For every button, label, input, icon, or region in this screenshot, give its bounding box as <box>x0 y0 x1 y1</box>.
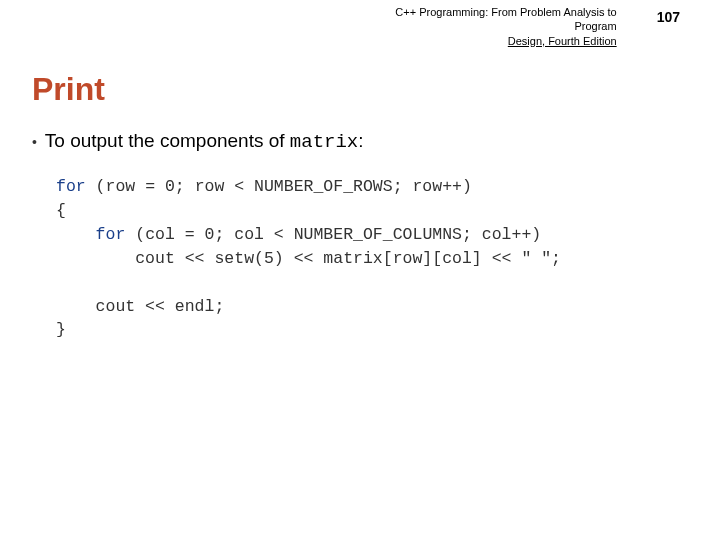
code-line3-rest: (col = 0; col < NUMBER_OF_COLUMNS; col++… <box>125 225 541 244</box>
code-line2: { <box>56 201 66 220</box>
code-line1-rest: (row = 0; row < NUMBER_OF_ROWS; row++) <box>86 177 472 196</box>
bullet-line: • To output the components of matrix: <box>0 108 720 153</box>
keyword-for-outer: for <box>56 177 86 196</box>
code-line3-indent <box>56 225 96 244</box>
bullet-text-after: : <box>358 130 363 151</box>
code-line4: cout << setw(5) << matrix[row][col] << "… <box>56 249 561 268</box>
slide-title: Print <box>0 53 720 108</box>
header-title-line1: C++ Programming: From Problem Analysis t… <box>395 6 616 32</box>
slide-header: C++ Programming: From Problem Analysis t… <box>0 0 720 53</box>
keyword-for-inner: for <box>96 225 126 244</box>
code-line5: cout << endl; <box>56 297 224 316</box>
bullet-text-before: To output the components of <box>45 130 290 151</box>
code-block: for (row = 0; row < NUMBER_OF_ROWS; row+… <box>0 153 720 342</box>
bullet-dot: • <box>32 134 41 150</box>
bullet-mono: matrix <box>290 131 358 153</box>
header-book-title: C++ Programming: From Problem Analysis t… <box>367 5 617 48</box>
code-line6: } <box>56 320 66 339</box>
page-number: 107 <box>657 5 680 25</box>
header-title-line2: Design, Fourth Edition <box>508 35 617 47</box>
